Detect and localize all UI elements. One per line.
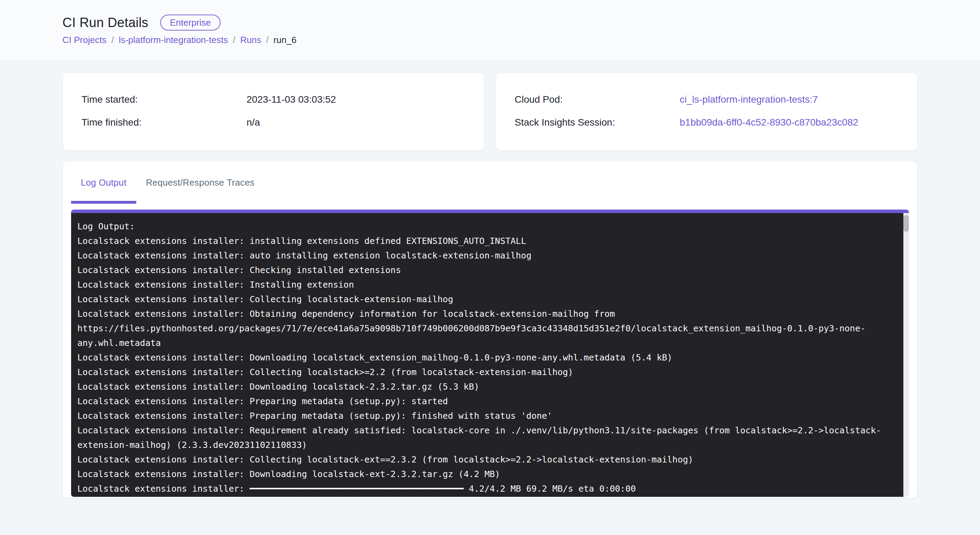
log-line: Log Output: — [77, 219, 897, 234]
log-line: Localstack extensions installer: Prepari… — [77, 409, 897, 423]
tab-bar: Log Output Request/Response Traces — [71, 161, 909, 204]
log-line: any.whl.metadata — [77, 336, 897, 350]
time-finished-label: Time finished: — [81, 117, 247, 128]
stack-insights-session-link[interactable]: b1bb09da-6ff0-4c52-8930-c870ba23c082 — [680, 117, 858, 128]
breadcrumb: CI Projects / ls-platform-integration-te… — [62, 34, 918, 46]
cloud-pod-label: Cloud Pod: — [515, 94, 680, 105]
log-line: Localstack extensions installer: Obtaini… — [77, 307, 897, 321]
log-scrollbar-thumb[interactable] — [904, 215, 909, 232]
log-line: https://files.pythonhosted.org/packages/… — [77, 321, 897, 336]
log-line: Localstack extensions installer: ━━━━━━━… — [77, 482, 897, 496]
time-info-card: Time started: 2023-11-03 03:03:52 Time f… — [62, 73, 484, 151]
log-line: Localstack extensions installer: Downloa… — [77, 350, 897, 365]
run-output-card: Log Output Request/Response Traces Log O… — [62, 161, 918, 498]
breadcrumb-separator: / — [233, 34, 235, 46]
stack-insights-label: Stack Insights Session: — [515, 117, 680, 128]
stack-insights-row: Stack Insights Session: b1bb09da-6ff0-4c… — [515, 111, 904, 134]
page-header: CI Run Details Enterprise CI Projects / … — [0, 0, 980, 61]
log-accent-bar — [71, 210, 909, 213]
log-line: Localstack extensions installer: Collect… — [77, 452, 897, 467]
info-cards-row: Time started: 2023-11-03 03:03:52 Time f… — [62, 73, 918, 151]
title-row: CI Run Details Enterprise — [62, 14, 918, 31]
log-line: Localstack extensions installer: Install… — [77, 277, 897, 292]
log-line: Localstack extensions installer: Downloa… — [77, 467, 897, 482]
log-line: Localstack extensions installer: Require… — [77, 423, 897, 438]
tab-request-response-traces[interactable]: Request/Response Traces — [136, 161, 264, 204]
tab-log-output[interactable]: Log Output — [71, 161, 136, 204]
time-started-value: 2023-11-03 03:03:52 — [247, 94, 336, 105]
breadcrumb-project[interactable]: ls-platform-integration-tests — [119, 34, 228, 46]
time-started-label: Time started: — [81, 94, 247, 105]
log-line: Localstack extensions installer: Collect… — [77, 365, 897, 380]
log-output-panel: Log Output: Localstack extensions instal… — [71, 210, 909, 497]
log-line: Localstack extensions installer: install… — [77, 234, 897, 248]
enterprise-badge: Enterprise — [160, 14, 221, 30]
breadcrumb-runs[interactable]: Runs — [240, 34, 261, 46]
log-line: Localstack extensions installer: Downloa… — [77, 380, 897, 394]
cloud-pod-link[interactable]: ci_ls-platform-integration-tests:7 — [680, 94, 818, 105]
time-finished-value: n/a — [247, 117, 260, 128]
log-line: Localstack extensions installer: Checkin… — [77, 263, 897, 277]
cloud-pod-row: Cloud Pod: ci_ls-platform-integration-te… — [515, 88, 904, 111]
breadcrumb-separator: / — [111, 34, 114, 46]
breadcrumb-separator: / — [266, 34, 269, 46]
session-info-card: Cloud Pod: ci_ls-platform-integration-te… — [496, 73, 918, 151]
log-line: Localstack extensions installer: Prepari… — [77, 394, 897, 409]
page-title: CI Run Details — [62, 14, 148, 31]
log-line: Localstack extensions installer: Collect… — [77, 292, 897, 307]
log-scrollbar-track[interactable] — [904, 213, 909, 497]
log-output-viewer[interactable]: Log Output: Localstack extensions instal… — [71, 213, 904, 497]
log-line: Localstack extensions installer: auto in… — [77, 248, 897, 263]
breadcrumb-current-run: run_6 — [274, 34, 297, 46]
log-line: extension-mailhog) (2.3.3.dev20231102110… — [77, 438, 897, 452]
time-started-row: Time started: 2023-11-03 03:03:52 — [81, 88, 470, 111]
time-finished-row: Time finished: n/a — [81, 111, 470, 134]
breadcrumb-ci-projects[interactable]: CI Projects — [62, 34, 107, 46]
